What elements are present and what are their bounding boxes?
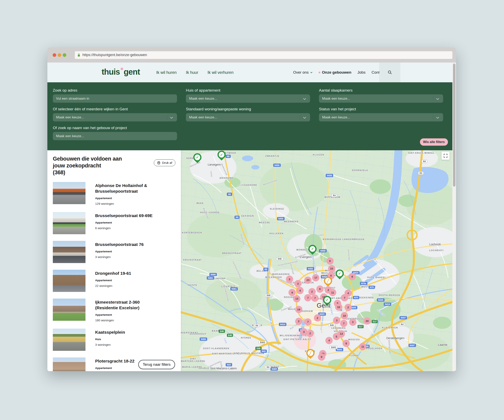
map-marker[interactable]: 11 [359, 343, 366, 350]
map-marker[interactable]: ✓ [217, 151, 226, 159]
minimize-window-button[interactable] [58, 53, 61, 57]
building-type: Appartement [95, 221, 153, 224]
map-marker[interactable]: 20 [364, 317, 371, 325]
map-marker[interactable]: ✓ [323, 296, 331, 304]
map-label: ARISDONK [220, 177, 234, 179]
marker-label: 11 [331, 291, 334, 294]
map-marker[interactable]: ╱ [306, 349, 314, 357]
filter-control[interactable]: Maak een keuze... [319, 113, 443, 122]
filter-control[interactable]: Maak een keuze... [53, 113, 177, 122]
map-marker[interactable]: 3 [349, 318, 356, 326]
map-marker[interactable]: 9 [318, 353, 325, 361]
marker-label: 10 [337, 306, 340, 309]
map-label: MOSCOU [348, 338, 360, 341]
list-item[interactable]: Alphonse De Hollainhof & Brusselsepoorts… [53, 182, 175, 205]
maximize-window-button[interactable] [63, 53, 66, 57]
nav-ik-wil-huren[interactable]: Ik wil huren [156, 70, 177, 75]
address-bar[interactable]: https://thuispuntgent.be/onze-gebouwen [75, 51, 452, 59]
filter-placeholder: Vul een straatnaam in [56, 97, 174, 101]
fullscreen-button[interactable] [442, 152, 450, 160]
map-marker[interactable]: 9 [288, 289, 296, 296]
marker-label: 9 [321, 355, 322, 359]
map-marker[interactable]: 11 [329, 289, 336, 296]
close-window-button[interactable] [53, 53, 56, 57]
filter-control[interactable]: Maak een keuze... [186, 94, 310, 103]
map-marker[interactable]: 2 [306, 330, 314, 337]
map-label: E40 [227, 334, 233, 337]
map-marker[interactable]: 10 [341, 312, 348, 319]
map-marker[interactable]: 13 [293, 295, 300, 302]
map-marker[interactable]: 6 [316, 286, 324, 293]
map-label: WEEGSE [259, 221, 270, 224]
map-marker[interactable]: 7 [304, 318, 312, 326]
map-marker[interactable]: 10 [328, 265, 335, 272]
map-marker[interactable]: 8 [348, 273, 356, 280]
filter-group: Status van het project Maak een keuze... [319, 107, 443, 122]
map-marker[interactable]: 3 [333, 317, 340, 324]
map-marker[interactable]: 17 [312, 274, 319, 281]
filter-control[interactable]: Maak een keuze... [319, 94, 443, 103]
map-marker[interactable]: 2 [295, 318, 302, 325]
list-item[interactable]: Brusselsepoortstraat 69-69E Appartement … [53, 212, 175, 234]
filter-control[interactable]: Maak een keuze... [186, 113, 310, 122]
filter-group: Standaard woning/aangepaste woning Maak … [186, 107, 310, 122]
filter-control[interactable]: Maak een keuze... [53, 132, 177, 140]
map-marker[interactable]: 7 [340, 320, 347, 327]
marker-label: 2 [298, 320, 300, 323]
clear-filters-button[interactable]: Wis alle filters [420, 138, 448, 146]
map-label: SLEIDINGE [270, 207, 284, 210]
map-marker[interactable]: 19 [295, 306, 302, 313]
map-marker[interactable]: 7 [311, 294, 318, 302]
map-marker[interactable]: 2 [308, 288, 316, 295]
map-marker[interactable]: 4 [325, 337, 333, 344]
map-label: KLUIZEN [313, 153, 324, 156]
map-marker[interactable]: 3 [286, 276, 293, 283]
map-marker[interactable]: 2 [314, 314, 321, 322]
list-item[interactable]: Drongenhof 19-61 Appartement 22 woningen [53, 270, 175, 292]
marker-label: ✓ [195, 154, 200, 160]
scrollbar-thumb[interactable] [453, 64, 456, 187]
nav-over-ons[interactable]: Over ons [293, 70, 312, 75]
map-label: B401 [330, 346, 338, 349]
marker-label: 20 [366, 320, 369, 323]
nav-ik-wil-verhuren[interactable]: Ik wil verhuren [207, 70, 234, 75]
map-marker[interactable]: 2 [345, 304, 352, 311]
building-title: Alphonse De Hollainhof & Brusselsepoorts… [95, 183, 158, 194]
site-logo[interactable]: thuisgent [102, 67, 140, 76]
list-item[interactable]: Kaatsspelplein Huis 3 woningen [53, 329, 175, 351]
map-label: N466 [200, 337, 207, 341]
marker-label: 6 [319, 287, 321, 291]
list-item[interactable]: Ijkmeesterstraat 2-360 (Residentie Excel… [53, 298, 175, 322]
map-marker[interactable]: 4 [296, 287, 304, 294]
nav-jobs[interactable]: Jobs [357, 70, 366, 75]
map-marker[interactable]: 8 [326, 257, 334, 265]
map-marker[interactable]: 3 [294, 280, 302, 287]
map[interactable]: Gent Lievegem Evergem Lochristi Laarne D… [181, 150, 452, 371]
secondary-nav: Over ons Onze gebouwen Jobs Contact [293, 62, 385, 82]
map-marker[interactable]: ✓ [308, 245, 317, 253]
print-button[interactable]: Druk af [154, 159, 175, 166]
nav-onze-gebouwen[interactable]: Onze gebouwen [318, 70, 351, 75]
map-marker[interactable]: ✓ [193, 153, 201, 161]
map-label: SINT-PIETERS-AALST [283, 338, 311, 341]
list-item[interactable]: Brusselsepoortstraat 76 Appartement 3 wo… [53, 241, 175, 263]
nav-ik-huur[interactable]: Ik huur [186, 70, 198, 75]
map-marker[interactable]: ╱ [324, 277, 332, 285]
map-label: N9 [227, 193, 232, 196]
map-marker[interactable]: 7 [304, 294, 312, 301]
map-marker[interactable]: 23 [304, 277, 312, 284]
building-type: Huis [95, 338, 125, 341]
filter-group: Aantal slaapkamers Maak een keuze... [319, 88, 443, 103]
map-label: N414 [279, 323, 287, 326]
search-button[interactable] [379, 62, 400, 82]
map-marker[interactable]: 4 [345, 289, 352, 297]
map-marker[interactable]: 10 [335, 303, 342, 311]
logo-dot-icon [120, 67, 123, 70]
back-to-filters-button[interactable]: Terug naar filters [138, 360, 175, 369]
chevron-down-icon [433, 115, 440, 120]
filter-control[interactable]: Vul een straatnaam in [53, 94, 177, 103]
map-marker[interactable]: 5 [333, 333, 340, 340]
map-marker[interactable]: 8 [342, 340, 350, 347]
map-marker[interactable]: ✓ [336, 269, 344, 278]
map-marker[interactable]: 3 [300, 328, 307, 335]
